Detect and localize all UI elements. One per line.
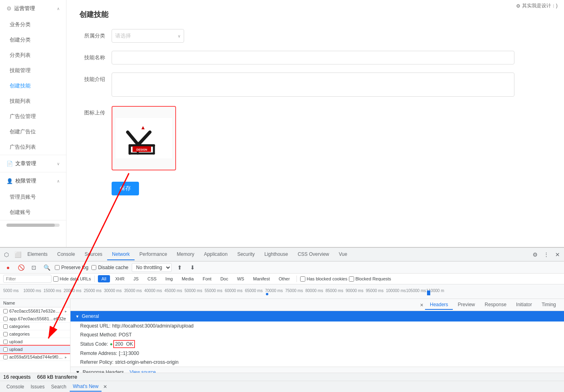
- sidebar-item-create-adslot[interactable]: 创建广告位: [0, 124, 66, 139]
- sidebar-item-create-account[interactable]: 创建账号: [0, 205, 66, 220]
- filter-type-all[interactable]: All: [98, 275, 110, 282]
- throttle-select[interactable]: No throttling: [132, 263, 172, 272]
- tab-sources[interactable]: Sources: [80, 249, 107, 260]
- filter-type-font[interactable]: Font: [199, 275, 215, 282]
- response-headers-section[interactable]: ▼ Response Headers View source: [70, 367, 564, 373]
- request-checkbox-5[interactable]: [3, 347, 8, 352]
- preserve-log-label[interactable]: Preserve log: [55, 265, 88, 270]
- filter-type-media[interactable]: Media: [178, 275, 197, 282]
- filter-type-css[interactable]: CSS: [144, 275, 160, 282]
- request-item-1[interactable]: app.67ec0acc55681…e632e: [0, 315, 70, 323]
- has-blocked-cookies-checkbox[interactable]: [300, 276, 305, 282]
- request-arrow-6: ▸: [65, 355, 67, 359]
- devtools-more-icon[interactable]: ⋮: [541, 250, 551, 259]
- bottom-tab-search[interactable]: Search: [48, 382, 70, 391]
- tab-application[interactable]: Application: [199, 249, 232, 260]
- tab-css-overview[interactable]: CSS Overview: [293, 249, 334, 260]
- hide-data-urls-label[interactable]: Hide data URLs: [53, 276, 91, 282]
- request-item-4[interactable]: upload: [0, 338, 70, 346]
- devtools-settings-icon[interactable]: ⚙: [530, 250, 540, 259]
- sidebar-item-create-category[interactable]: 创建分类: [0, 32, 66, 48]
- has-blocked-cookies-label[interactable]: Has blocked cookies: [300, 276, 347, 282]
- response-headers-title: Response Headers: [83, 369, 124, 373]
- export-icon[interactable]: ⬇: [188, 263, 197, 272]
- request-item-2[interactable]: categories: [0, 323, 70, 330]
- search-icon[interactable]: 🔍: [42, 263, 52, 272]
- detail-close-button[interactable]: ×: [419, 302, 425, 308]
- filter-type-other[interactable]: Other: [275, 275, 294, 282]
- tick-45000: 45000 ms: [164, 288, 185, 293]
- tab-lighthouse[interactable]: Lighthouse: [259, 249, 293, 260]
- skill-desc-input[interactable]: [112, 73, 514, 97]
- tab-performance[interactable]: Performance: [135, 249, 172, 260]
- record-icon[interactable]: ●: [3, 263, 13, 272]
- sidebar-item-category-list[interactable]: 分类列表: [0, 48, 66, 63]
- sidebar-section-label-articles: 文章管理: [15, 160, 36, 167]
- filter-type-img[interactable]: Img: [162, 275, 176, 282]
- disable-cache-checkbox[interactable]: [91, 265, 96, 270]
- inspect-icon[interactable]: ⬡: [2, 250, 11, 259]
- detail-tab-preview[interactable]: Preview: [453, 300, 480, 310]
- view-source-link[interactable]: View source: [130, 369, 156, 373]
- tab-memory[interactable]: Memory: [172, 249, 199, 260]
- bottom-close-button[interactable]: ✕: [103, 384, 107, 390]
- sidebar-item-adslot-manage[interactable]: 广告位管理: [0, 109, 66, 124]
- blocked-requests-checkbox[interactable]: [349, 276, 354, 282]
- tab-network[interactable]: Network: [107, 249, 135, 260]
- request-item-upload-selected[interactable]: upload: [0, 346, 70, 353]
- filter-type-doc[interactable]: Doc: [217, 275, 232, 282]
- category-select[interactable]: 请选择 ∨: [112, 29, 184, 43]
- filter-type-ws[interactable]: WS: [233, 275, 248, 282]
- request-checkbox-6[interactable]: [3, 355, 8, 359]
- import-icon[interactable]: ⬆: [175, 263, 185, 272]
- request-checkbox-1[interactable]: [3, 317, 8, 321]
- preserve-log-checkbox[interactable]: [55, 265, 60, 270]
- general-section: ▼ General Request URL: http://localhost:…: [70, 311, 564, 367]
- general-header[interactable]: ▼ General: [70, 311, 564, 321]
- sidebar-scrollbar[interactable]: [6, 224, 60, 227]
- detail-tab-headers[interactable]: Headers: [425, 300, 453, 310]
- tab-vue[interactable]: Vue: [334, 249, 352, 260]
- request-item-3[interactable]: categories: [0, 330, 70, 338]
- tab-console[interactable]: Console: [52, 249, 80, 260]
- request-checkbox-4[interactable]: [3, 340, 8, 344]
- clear-icon[interactable]: 🚫: [16, 263, 26, 272]
- request-checkbox-0[interactable]: [3, 309, 8, 313]
- bottom-tab-console[interactable]: Console: [3, 382, 27, 391]
- sidebar-item-adslot-list[interactable]: 广告位列表: [0, 139, 66, 155]
- disable-cache-label[interactable]: Disable cache: [91, 265, 128, 270]
- blocked-requests-label[interactable]: Blocked Requests: [349, 276, 391, 282]
- request-arrow-0: ▸: [65, 309, 67, 313]
- filter-icon[interactable]: ⊡: [29, 263, 39, 272]
- bottom-tab-issues[interactable]: Issues: [27, 382, 48, 391]
- sidebar-item-admin-account[interactable]: 管理员账号: [0, 189, 66, 205]
- sidebar-item-skill-list[interactable]: 技能列表: [0, 93, 66, 109]
- sidebar-header-permissions[interactable]: 👤 校限管理 ∧: [0, 172, 66, 189]
- sidebar-header-operations[interactable]: ⚙ 运营管理 ∧: [0, 0, 66, 17]
- filter-type-xhr[interactable]: XHR: [112, 275, 128, 282]
- skill-desc-label: 技能介绍: [79, 73, 112, 83]
- filter-input[interactable]: [3, 275, 52, 283]
- request-item-0[interactable]: 67ec0acc556817e632e…hc… ▸: [0, 307, 70, 315]
- request-item-6[interactable]: ac059a5f154abd744e9f015… ▸: [0, 353, 70, 361]
- detail-tab-response[interactable]: Response: [480, 300, 511, 310]
- save-button[interactable]: 保存: [112, 182, 139, 195]
- sidebar-item-create-skill[interactable]: 创建技能: [0, 78, 66, 93]
- devtools-close-icon[interactable]: ✕: [553, 250, 562, 259]
- sidebar-header-articles[interactable]: 📄 文章管理 ∨: [0, 155, 66, 172]
- detail-tab-initiator[interactable]: Initiator: [511, 300, 537, 310]
- icon-upload-area[interactable]: DESIGN: [112, 106, 176, 170]
- skill-name-input[interactable]: [112, 51, 514, 64]
- request-checkbox-3[interactable]: [3, 332, 8, 336]
- sidebar-item-skill-manage[interactable]: 技能管理: [0, 63, 66, 78]
- tab-elements[interactable]: Elements: [23, 249, 52, 260]
- bottom-tab-whats-new[interactable]: What's New: [70, 382, 102, 392]
- filter-type-manifest[interactable]: Manifest: [249, 275, 274, 282]
- hide-data-urls-checkbox[interactable]: [53, 276, 58, 282]
- sidebar-item-business[interactable]: 业务分类: [0, 17, 66, 32]
- request-checkbox-2[interactable]: [3, 324, 8, 329]
- detail-tab-timing[interactable]: Timing: [537, 300, 561, 310]
- filter-type-js[interactable]: JS: [130, 275, 142, 282]
- device-icon[interactable]: ⬜: [13, 250, 23, 259]
- tab-security[interactable]: Security: [232, 249, 259, 260]
